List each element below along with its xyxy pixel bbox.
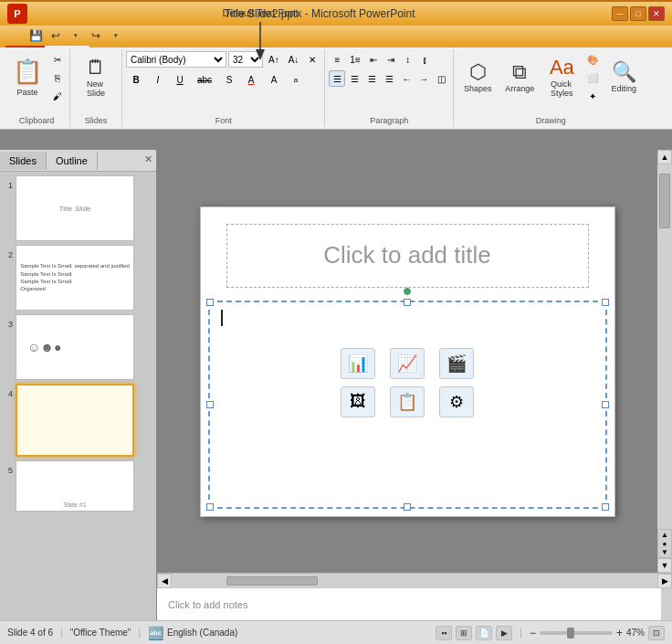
font-size-dec-button[interactable]: a — [287, 71, 305, 88]
slide-info: Slide 4 of 6 — [7, 628, 53, 638]
increase-font-button[interactable]: A↑ — [265, 51, 283, 68]
font-name-select[interactable]: Calibri (Body) — [126, 51, 226, 68]
decrease-font-button[interactable]: A↓ — [285, 51, 303, 68]
slide-thumb-img-2[interactable]: Sample Text Is Small, separated and just… — [16, 245, 134, 311]
slide-thumb-2[interactable]: 2 Sample Text Is Small, separated and ju… — [2, 245, 154, 311]
align-left-button[interactable]: ☰ — [329, 70, 345, 87]
arrange-button[interactable]: ⧉ Arrange — [499, 51, 540, 102]
title-placeholder-box[interactable]: Click to add title — [226, 224, 589, 288]
reading-view-button[interactable]: 📄 — [476, 626, 492, 640]
scroll-thumb-h[interactable] — [226, 576, 318, 586]
columns-button[interactable]: ⫿ — [417, 51, 434, 68]
scroll-track-v[interactable] — [657, 164, 672, 529]
italic-button[interactable]: I — [148, 71, 168, 88]
strikethrough-button[interactable]: abc — [192, 71, 217, 88]
slide-thumb-img-5[interactable]: Slide #1 — [16, 460, 134, 512]
slide-thumb-img-1[interactable]: Title Slide — [16, 175, 134, 241]
handle-top-right[interactable] — [602, 299, 609, 306]
copy-button[interactable]: ⎘ — [49, 69, 66, 86]
slide-sorter-button[interactable]: ⊞ — [456, 626, 472, 640]
bullets-button[interactable]: ≡ — [329, 51, 345, 68]
new-slide-button[interactable]: 🗒 NewSlide — [74, 51, 118, 102]
ltr-button[interactable]: → — [415, 70, 432, 87]
underline-button[interactable]: U — [170, 71, 190, 88]
shape-fill-button[interactable]: 🎨 — [583, 51, 602, 68]
shape-outline-button[interactable]: ⬜ — [583, 69, 602, 86]
indent-inc-button[interactable]: ⇥ — [383, 51, 399, 68]
font-size-select[interactable]: 32 — [228, 51, 263, 68]
tab-slides[interactable]: Slides — [0, 152, 47, 170]
video-icon[interactable]: 🎬 — [439, 348, 474, 379]
slide-thumb-4[interactable]: 4 — [2, 384, 154, 457]
slide-panel-close-button[interactable]: ✕ — [144, 153, 152, 165]
shadow-button[interactable]: S — [219, 71, 239, 88]
save-qat-button[interactable]: 💾 — [27, 27, 44, 44]
zoom-plus[interactable]: + — [616, 627, 623, 639]
zoom-thumb[interactable] — [567, 628, 574, 639]
scroll-down-button[interactable]: ▼ — [657, 558, 672, 573]
scroll-track-h[interactable] — [172, 574, 657, 588]
normal-view-button[interactable]: ▪▪ — [436, 626, 452, 640]
scroll-nav-cluster[interactable]: ▲ ● ▼ — [657, 529, 672, 558]
smart-art-button[interactable]: ◫ — [433, 70, 449, 87]
zoom-minus[interactable]: − — [530, 627, 536, 639]
scroll-up-button[interactable]: ▲ — [657, 150, 672, 164]
tab-outline[interactable]: Outline — [47, 152, 98, 170]
handle-bottom-left[interactable] — [206, 503, 214, 511]
align-right-button[interactable]: ☰ — [363, 70, 380, 87]
scroll-left-button[interactable]: ◀ — [157, 574, 172, 588]
cut-button[interactable]: ✂ — [49, 51, 66, 68]
vertical-scrollbar[interactable]: ▲ ▲ ● ▼ ▼ — [657, 150, 672, 573]
handle-bottom-right[interactable] — [602, 503, 609, 511]
shapes-button[interactable]: ⬡ Shapes — [457, 51, 498, 102]
close-button[interactable]: ✕ — [648, 6, 665, 21]
slide-thumb-img-4[interactable] — [16, 384, 134, 457]
minimize-button[interactable]: ─ — [612, 6, 628, 21]
handle-top-center[interactable] — [404, 299, 411, 306]
scroll-slide-indicator[interactable]: ● — [663, 540, 667, 548]
chart-icon[interactable]: 📈 — [390, 348, 425, 379]
scroll-prev-slide-button[interactable]: ▲ — [661, 531, 668, 539]
media-icon[interactable]: ⚙ — [439, 386, 474, 417]
scroll-right-button[interactable]: ▶ — [657, 574, 672, 588]
find-replace-button[interactable]: 🔍 Editing — [604, 51, 644, 102]
slideshow-button[interactable]: ▶ — [496, 626, 512, 640]
font-size-inc-button[interactable]: A — [263, 71, 285, 88]
fit-to-window-button[interactable]: ⊡ — [648, 626, 665, 640]
table-icon[interactable]: 📊 — [341, 348, 375, 379]
zoom-slider[interactable] — [540, 631, 613, 635]
slide-thumb-5[interactable]: 5 Slide #1 — [2, 460, 154, 512]
slide-thumb-img-3[interactable]: ☺☻● — [16, 314, 134, 380]
clear-format-button[interactable]: ✕ — [304, 51, 320, 68]
shape-effects-button[interactable]: ✦ — [583, 88, 602, 104]
line-spacing-button[interactable]: ↕ — [400, 51, 416, 68]
clipart-icon[interactable]: 📋 — [390, 386, 425, 417]
handle-rotate[interactable] — [404, 288, 411, 295]
slide-thumb-1[interactable]: 1 Title Slide — [2, 175, 154, 241]
redo-qat-button[interactable]: ↪ — [88, 27, 104, 44]
qat-more-button[interactable]: ▾ — [108, 27, 124, 44]
handle-top-left[interactable] — [206, 299, 214, 306]
content-selection-box[interactable]: 📊 📈 🎬 🖼 📋 ⚙ — [208, 301, 607, 509]
align-center-button[interactable]: ☰ — [346, 70, 362, 87]
numbering-button[interactable]: 1≡ — [346, 51, 363, 68]
font-color-button[interactable]: A — [241, 71, 261, 88]
scroll-thumb-v[interactable] — [659, 174, 670, 228]
font-group: Calibri (Body) 32 A↑ A↓ ✕ B I — [122, 49, 325, 127]
format-painter-button[interactable]: 🖌 — [49, 88, 66, 104]
rtl-button[interactable]: ← — [398, 70, 415, 87]
handle-bottom-center[interactable] — [404, 503, 411, 511]
slide-thumb-3[interactable]: 3 ☺☻● — [2, 314, 154, 380]
picture-icon[interactable]: 🖼 — [341, 386, 375, 417]
undo-qat-button[interactable]: ↩ — [47, 27, 64, 44]
scroll-next-slide-button[interactable]: ▼ — [661, 548, 668, 556]
maximize-button[interactable]: □ — [630, 6, 646, 21]
undo-dropdown-button[interactable]: ▾ — [68, 27, 84, 44]
paste-button[interactable]: 📋 Paste — [7, 51, 47, 102]
quick-styles-button[interactable]: Aa QuickStyles — [541, 51, 582, 102]
bold-button[interactable]: B — [126, 71, 146, 88]
horizontal-scrollbar[interactable]: ◀ ▶ — [157, 573, 672, 587]
indent-dec-button[interactable]: ⇤ — [365, 51, 382, 68]
justify-button[interactable]: ☰ — [381, 70, 397, 87]
notes-area[interactable]: Click to add notes — [157, 587, 672, 620]
